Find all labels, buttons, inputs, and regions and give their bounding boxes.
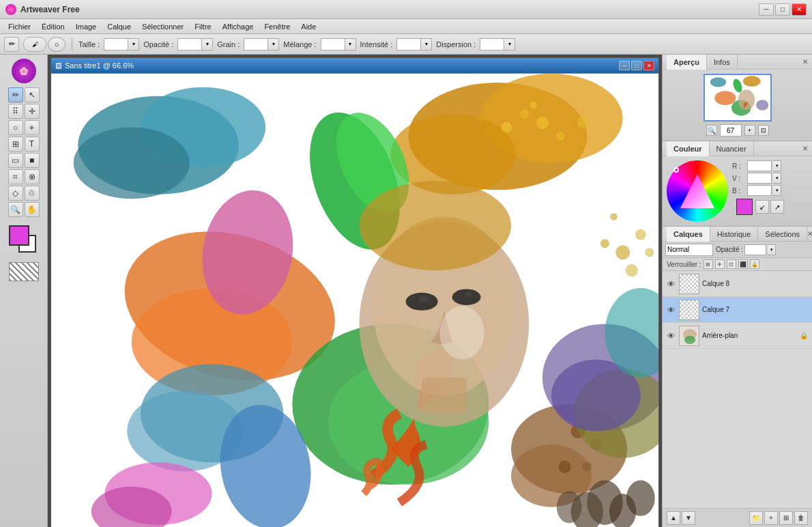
tab-nuancier[interactable]: Nuancier: [710, 141, 754, 156]
taille-spin-btn[interactable]: ▾: [128, 38, 139, 51]
delete-layer-btn[interactable]: 🗑: [794, 511, 808, 525]
current-color-swatch[interactable]: [736, 199, 753, 215]
zoom-in-icon[interactable]: +: [744, 125, 755, 136]
canvas-content[interactable]: [51, 73, 658, 527]
zoom-tool[interactable]: 🔍: [8, 202, 23, 217]
layer-calque8[interactable]: 👁 Calque 8: [663, 271, 812, 297]
menu-filtre[interactable]: Filtre: [189, 21, 216, 32]
tab-calques[interactable]: Calques: [667, 227, 710, 242]
brush-preset-icon[interactable]: 🖌: [23, 37, 46, 52]
melange-spin-btn[interactable]: ▾: [345, 38, 356, 51]
layer-up-btn[interactable]: ▲: [667, 511, 680, 525]
grain-input[interactable]: 100: [244, 38, 268, 51]
fill-tool[interactable]: ⊗: [25, 169, 40, 184]
taille-input[interactable]: 60: [104, 38, 128, 51]
v-input[interactable]: 38: [747, 173, 772, 184]
rect-fill-tool[interactable]: ■: [25, 153, 40, 168]
intensite-spin-btn[interactable]: ▾: [421, 38, 432, 51]
text-tool[interactable]: T: [25, 137, 40, 152]
lock-pixels-btn[interactable]: ⊞: [704, 259, 713, 269]
menu-calque[interactable]: Calque: [102, 21, 136, 32]
foreground-color[interactable]: [9, 225, 29, 246]
b-input[interactable]: 247: [747, 185, 772, 196]
tab-apercu[interactable]: Aperçu: [667, 55, 707, 70]
menu-selectionner[interactable]: Sélectionner: [136, 21, 189, 32]
color-to-fg-btn[interactable]: ↙: [755, 200, 769, 214]
menu-edition[interactable]: Édition: [36, 21, 70, 32]
v-spin[interactable]: ▾: [773, 173, 781, 184]
rect-select-tool[interactable]: ▭: [8, 153, 23, 168]
canvas-minimize-btn[interactable]: ─: [619, 61, 630, 70]
flower-icon[interactable]: 🌸: [12, 59, 36, 83]
brush-shape-icon[interactable]: ○: [48, 37, 66, 52]
tab-historique[interactable]: Historique: [710, 227, 759, 242]
intensite-input[interactable]: 0: [396, 38, 421, 51]
layer7-eye[interactable]: 👁: [665, 304, 676, 315]
melange-input[interactable]: 100: [321, 38, 345, 51]
color-wheel[interactable]: [667, 160, 728, 222]
opacite-input[interactable]: 75: [177, 38, 202, 51]
menu-fenetre[interactable]: Fenêtre: [259, 21, 295, 32]
eyedropper-tool[interactable]: ⌗: [8, 169, 23, 184]
apercu-panel-close[interactable]: ✕: [802, 58, 808, 66]
new-group-btn[interactable]: 📁: [749, 511, 763, 525]
duplicate-layer-btn[interactable]: ⊞: [779, 511, 793, 525]
blend-mode-select[interactable]: Normal: [665, 244, 713, 256]
lock-all-btn[interactable]: ⊡: [727, 259, 736, 269]
layer-calque7[interactable]: 👁 Calque 7: [663, 297, 812, 323]
zoom-out-icon[interactable]: 🔍: [706, 125, 717, 136]
lock-pos-btn[interactable]: ✛: [715, 259, 725, 269]
pattern-swatch[interactable]: [9, 262, 39, 281]
menu-affichage[interactable]: Affichage: [217, 21, 259, 32]
zoom-fit-icon[interactable]: ⊡: [758, 125, 769, 136]
grain-spin-btn[interactable]: ▾: [268, 38, 279, 51]
move-tool[interactable]: ✛: [25, 104, 40, 119]
menu-image[interactable]: Image: [70, 21, 102, 32]
canvas-maximize-btn[interactable]: □: [631, 61, 642, 70]
color-wheel-inner: [680, 174, 714, 208]
r-spin[interactable]: ▾: [773, 160, 781, 171]
eraser-tool[interactable]: ◇: [8, 186, 23, 201]
hand-tool[interactable]: ✋: [25, 202, 40, 217]
dispersion-spin-btn[interactable]: ▾: [504, 38, 515, 51]
tab-selections[interactable]: Sélections: [758, 227, 807, 242]
layer-arriere[interactable]: 👁 Arrière-plan 🔒: [663, 323, 812, 349]
maximize-button[interactable]: □: [775, 3, 790, 16]
smudge-tool[interactable]: ♲: [25, 186, 40, 201]
lasso-tool[interactable]: ○: [8, 120, 23, 135]
color-to-bg-btn[interactable]: ↗: [770, 200, 784, 214]
opacity-input[interactable]: 100: [744, 244, 766, 255]
svg-point-12: [530, 102, 537, 109]
transform-tool[interactable]: ⌖: [25, 120, 40, 135]
minimize-button[interactable]: ─: [759, 3, 774, 16]
opacite-spin-btn[interactable]: ▾: [202, 38, 213, 51]
brush-tool-icon[interactable]: ✏: [4, 37, 19, 52]
lock-key-btn[interactable]: ⬛: [738, 259, 748, 269]
layer-down-btn[interactable]: ▼: [682, 511, 695, 525]
artwork-canvas[interactable]: [51, 73, 658, 527]
menu-fichier[interactable]: Fichier: [3, 21, 36, 32]
selection-tool[interactable]: ↖: [25, 87, 40, 102]
calques-panel-close[interactable]: ✕: [807, 230, 812, 238]
r-input[interactable]: 255: [747, 160, 772, 171]
lock-icon[interactable]: 🔒: [750, 259, 759, 269]
menu-aide[interactable]: Aide: [295, 21, 321, 32]
svg-point-52: [557, 491, 582, 523]
canvas-close-btn[interactable]: ✕: [643, 61, 654, 70]
new-layer-btn[interactable]: +: [764, 511, 778, 525]
layer8-eye[interactable]: 👁: [665, 279, 676, 289]
tab-couleur[interactable]: Couleur: [667, 141, 710, 156]
close-button[interactable]: ✕: [792, 3, 807, 16]
b-spin[interactable]: ▾: [773, 185, 781, 196]
stamp-tool[interactable]: ⊞: [8, 137, 23, 152]
couleur-panel: Couleur Nuancier ✕ R : 255 ▾: [663, 141, 812, 227]
dispersion-input[interactable]: 0: [480, 38, 504, 51]
layer-bg-name: Arrière-plan: [702, 332, 797, 339]
layer-bg-eye[interactable]: 👁: [665, 330, 676, 341]
color-wheel-area[interactable]: [667, 160, 728, 222]
brush-tool[interactable]: ✏: [8, 87, 23, 102]
marquee-tool[interactable]: ⠿: [8, 104, 23, 119]
couleur-panel-close[interactable]: ✕: [802, 145, 808, 152]
tab-infos[interactable]: Infos: [707, 55, 738, 70]
opacity-spin[interactable]: ▾: [768, 244, 776, 255]
